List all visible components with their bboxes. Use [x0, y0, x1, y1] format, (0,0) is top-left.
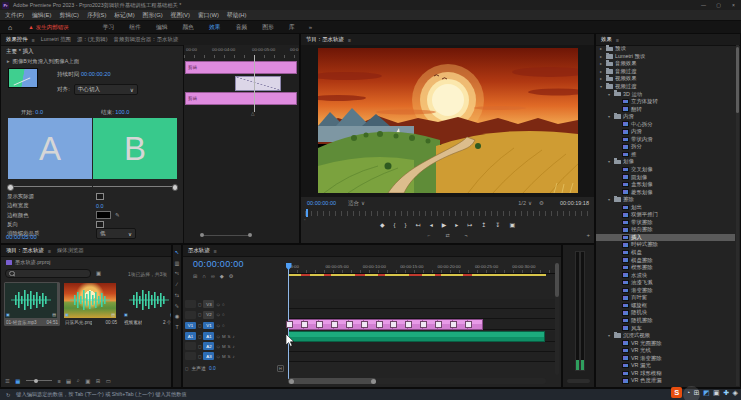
- parameter-value[interactable]: 0.0: [96, 203, 104, 209]
- effect-tree-row[interactable]: ▾ 3D 运动: [596, 90, 735, 98]
- ripple-edit-tool[interactable]: ⇋: [175, 271, 179, 276]
- effect-tree-row[interactable]: 水波块: [596, 271, 735, 279]
- mini-timeline-clip-a[interactable]: 剪辑: [185, 61, 297, 74]
- effect-tree-row[interactable]: ▾ 沉浸式视频: [596, 332, 735, 340]
- program-playhead[interactable]: [306, 209, 308, 217]
- go-to-in-icon[interactable]: ↤: [416, 221, 421, 228]
- fit-select[interactable]: 适合∨: [348, 200, 365, 207]
- audio-track-header[interactable]: A1 ◻ A1 ◇ M S ♪: [185, 331, 286, 341]
- lock-icon[interactable]: ◻: [198, 334, 201, 339]
- step-back-icon[interactable]: ◂: [430, 221, 433, 228]
- preview-clip-a[interactable]: A: [8, 118, 92, 179]
- button-editor-icon[interactable]: +: [586, 232, 590, 238]
- source-patch[interactable]: [185, 352, 196, 360]
- mute-button[interactable]: M: [222, 354, 226, 359]
- effect-tree-row[interactable]: 径向擦除: [596, 226, 735, 234]
- lock-icon[interactable]: ◻: [198, 344, 201, 349]
- preview-clip-b[interactable]: B: [93, 118, 177, 179]
- workspace-tab-effects[interactable]: 效果: [209, 23, 221, 32]
- effect-tree-row[interactable]: ▾ 擦除: [596, 196, 735, 204]
- mark-out-icon[interactable]: }: [405, 222, 407, 228]
- tab-lumetri-scopes[interactable]: Lumetri 范围: [41, 36, 71, 43]
- effect-tree-row[interactable]: 渐变擦除: [596, 287, 735, 295]
- item-thumbnail[interactable]: ▤ ▣: [5, 283, 57, 318]
- panel-menu-icon[interactable]: ≡: [348, 37, 351, 43]
- panel-menu-icon[interactable]: ≡: [32, 37, 35, 43]
- extract-icon[interactable]: ↧: [495, 221, 500, 228]
- sort-icon[interactable]: ≡: [57, 378, 60, 384]
- effect-tree-row[interactable]: 油漆飞溅: [596, 279, 735, 287]
- effect-tree-row[interactable]: ▸ 预设: [596, 45, 735, 53]
- mini-timeline-zoom-scrollbar[interactable]: [200, 233, 252, 237]
- track-lane-v2[interactable]: [288, 309, 555, 319]
- item-thumbnail[interactable]: ▤ ▣: [64, 283, 116, 318]
- track-badge[interactable]: A3: [203, 352, 214, 360]
- workspace-tab-assembly[interactable]: 组件: [129, 23, 141, 32]
- start-slider-handle[interactable]: [7, 184, 14, 191]
- menu-item[interactable]: 标记(M): [114, 11, 134, 20]
- comparison-view-icon[interactable]: ⇄: [445, 232, 449, 238]
- source-patch[interactable]: [185, 311, 196, 319]
- effect-tree-row[interactable]: 内滑: [596, 128, 735, 136]
- master-volume-value[interactable]: 0.0: [209, 366, 216, 371]
- multi-camera-icon[interactable]: ¬: [465, 232, 468, 238]
- audio-track-header[interactable]: ◻ A2 ◇ M S ♪: [185, 341, 286, 351]
- effect-tree-row[interactable]: 菱形划像: [596, 188, 735, 196]
- effect-tree-row[interactable]: ▸ Lumetri 预设: [596, 53, 735, 61]
- breadcrumb[interactable]: 墨水轨迹.prproj: [6, 259, 50, 266]
- lock-icon[interactable]: ◻: [198, 323, 201, 328]
- effect-tree-row[interactable]: 风车: [596, 324, 735, 332]
- panel-menu-icon[interactable]: ≡: [48, 248, 51, 254]
- sync-lock-icon[interactable]: ◇: [216, 312, 219, 317]
- effect-tree-row[interactable]: 百叶窗: [596, 294, 735, 302]
- new-item-icon[interactable]: ⊞: [96, 378, 101, 384]
- mic-icon[interactable]: ♪: [232, 344, 234, 349]
- lift-icon[interactable]: ↥: [481, 221, 486, 228]
- timeline-ruler[interactable]: 00:0000:00:05:0000:00:10:0000:00:15:0000…: [288, 263, 555, 274]
- timeline-settings-icon[interactable]: ⚙: [229, 273, 234, 279]
- tab-project[interactable]: 项目：墨水轨迹: [6, 247, 44, 254]
- effect-tree-row[interactable]: 随机块: [596, 309, 735, 317]
- menu-item[interactable]: 视图(V): [171, 11, 190, 20]
- effects-scrollbar-thumb[interactable]: [736, 47, 739, 113]
- audio-clip[interactable]: [288, 331, 545, 342]
- new-bin-icon[interactable]: ▣: [85, 378, 90, 384]
- source-patch[interactable]: [185, 342, 196, 350]
- home-icon[interactable]: ⌂: [8, 24, 12, 31]
- video-track-header[interactable]: ◻ V2 ◇ ○: [185, 309, 286, 321]
- start-value[interactable]: 0.0: [35, 109, 43, 115]
- timeline-vertical-scrollbar-thumb[interactable]: [555, 263, 559, 297]
- track-badge[interactable]: A1: [203, 332, 214, 340]
- start-slider[interactable]: [8, 184, 92, 189]
- track-badge[interactable]: V1: [203, 322, 214, 330]
- video-track-header[interactable]: V1 ◻ V1 ◇ ○: [185, 321, 286, 331]
- delete-icon[interactable]: ▭: [106, 378, 111, 384]
- effect-tree-row[interactable]: ▾ 划像: [596, 158, 735, 166]
- effect-tree-row[interactable]: 插入: [596, 234, 735, 242]
- effect-tree-row[interactable]: 立方体旋转: [596, 98, 735, 106]
- tab-media-browser[interactable]: 媒体浏览器: [57, 247, 84, 254]
- effect-tree-row[interactable]: 随机擦除: [596, 317, 735, 325]
- workspace-tab-graphics[interactable]: 图形: [262, 23, 274, 32]
- solo-button[interactable]: S: [228, 344, 231, 349]
- find-icon[interactable]: ⌕: [77, 377, 80, 384]
- source-patch[interactable]: A1: [185, 332, 196, 340]
- source-patch[interactable]: [185, 300, 196, 308]
- effect-controls-timecode[interactable]: 00:00:05:00: [6, 234, 37, 240]
- tab-effect-controls[interactable]: 效果控件: [6, 36, 28, 43]
- effect-tree-row[interactable]: 时钟式擦除: [596, 241, 735, 249]
- tab-program-monitor[interactable]: 节目：墨水轨迹: [306, 36, 344, 43]
- maximize-button[interactable]: ▢: [711, 0, 726, 10]
- track-badge[interactable]: V3: [203, 300, 214, 308]
- slip-tool[interactable]: ⇆: [175, 293, 179, 298]
- effect-tree-row[interactable]: 交叉划像: [596, 166, 735, 174]
- tab-effects[interactable]: 效果: [601, 36, 612, 43]
- track-visibility-icon[interactable]: ○: [222, 312, 225, 317]
- add-marker-icon[interactable]: ◆: [380, 221, 385, 228]
- effect-tree-row[interactable]: VR 色度泄漏: [596, 377, 735, 385]
- workspace-tab-audio[interactable]: 音频: [236, 23, 248, 32]
- effect-tree-row[interactable]: ▾ 视频过渡: [596, 83, 735, 91]
- sync-lock-icon[interactable]: ◇: [216, 334, 219, 339]
- razor-tool[interactable]: ∕: [177, 282, 178, 287]
- effect-tree-row[interactable]: 圆划像: [596, 173, 735, 181]
